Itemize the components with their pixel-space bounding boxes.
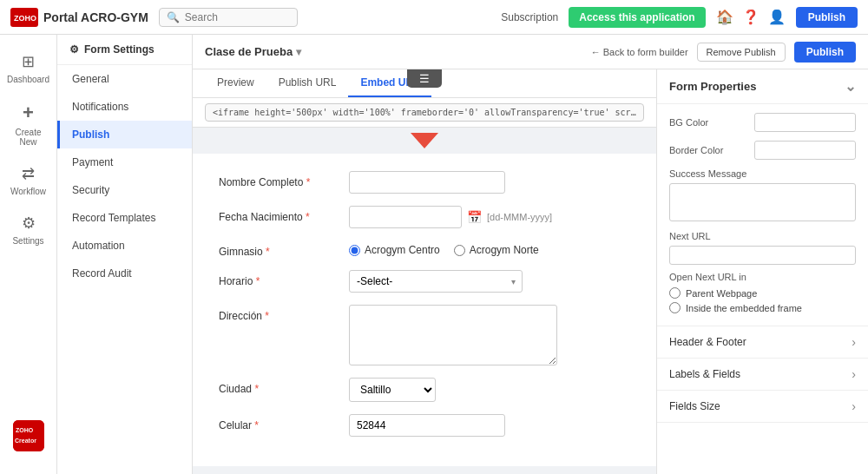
select-horario-wrap: -Select- ▾: [349, 270, 523, 293]
success-msg-textarea[interactable]: [669, 183, 856, 221]
radio-input-parent[interactable]: [669, 287, 681, 299]
remove-publish-button[interactable]: Remove Publish: [697, 43, 786, 62]
publish-topbar-button[interactable]: Publish: [794, 42, 856, 63]
home-icon[interactable]: 🏠: [716, 9, 733, 25]
sidebar-item-notifications[interactable]: Notifications: [57, 93, 192, 121]
accordion-fields-size[interactable]: Fields Size ›: [657, 391, 868, 423]
radio-acrogym-norte[interactable]: Acrogym Norte: [454, 244, 539, 256]
accordion-labels-fields[interactable]: Labels & Fields ›: [657, 359, 868, 391]
sidebar-item-label-workflow: Workflow: [10, 187, 46, 196]
main-layout: ⊞ Dashboard + Create New ⇄ Workflow ⚙ Se…: [0, 35, 868, 474]
bgcolor-input[interactable]: [755, 115, 856, 130]
user-icon[interactable]: 👤: [768, 9, 786, 25]
help-icon[interactable]: ❓: [742, 9, 760, 25]
publish-navbar-button[interactable]: Publish: [796, 7, 858, 28]
zoho-creator-logo: ZOHO Creator: [13, 420, 44, 451]
sidebar-item-record-audit[interactable]: Record Audit: [57, 260, 192, 287]
prop-row-bordercolor: Border Color ⋮⋮: [669, 141, 856, 160]
success-msg-label: Success Message: [669, 168, 856, 179]
prop-label-bordercolor: Border Color: [669, 145, 747, 155]
sidebar-item-dashboard[interactable]: ⊞ Dashboard: [4, 45, 53, 91]
label-direccion-text: Dirección: [219, 310, 262, 322]
select-horario[interactable]: -Select-: [349, 270, 523, 293]
accordion-label-fields-size: Fields Size: [669, 400, 720, 412]
tab-preview[interactable]: Preview: [205, 69, 266, 97]
radio-embedded-frame[interactable]: Inside the embedded frame: [669, 302, 856, 313]
radio-input-centro[interactable]: [349, 245, 360, 256]
accordion-label-header-footer: Header & Footer: [669, 336, 746, 348]
chevron-down-icon-panel: ⌄: [845, 78, 856, 95]
radio-parent-webpage[interactable]: Parent Webpage: [669, 287, 856, 299]
form-fields: Nombre Completo * Fecha Nacimiento *: [193, 154, 656, 466]
label-gimnasio: Gimnasio *: [219, 240, 340, 258]
radio-label-norte: Acrogym Norte: [470, 244, 539, 256]
hamburger-menu[interactable]: ☰: [407, 69, 442, 88]
dashboard-icon: ⊞: [22, 52, 35, 71]
logo-icon: ZOHO: [10, 8, 38, 27]
label-celular: Celular *: [219, 414, 340, 431]
nav-icons: 🏠 ❓ 👤: [716, 9, 786, 25]
form-row-horario: Horario * -Select- ▾: [219, 270, 630, 293]
access-application-button[interactable]: Access this application: [569, 7, 705, 28]
sidebar-item-label-create: Create New: [8, 128, 49, 147]
required-star-ciudad: *: [254, 383, 259, 395]
search-box[interactable]: 🔍: [159, 8, 298, 27]
embed-code-input[interactable]: [205, 103, 644, 122]
sidebar-item-publish[interactable]: Publish: [57, 121, 192, 148]
sidebar-item-security[interactable]: Security: [57, 176, 192, 204]
sidebar-item-payment[interactable]: Payment: [57, 148, 192, 176]
label-nombre: Nombre Completo *: [219, 171, 340, 188]
accordion-header-footer-header[interactable]: Header & Footer ›: [657, 326, 868, 358]
right-panel-header: Form Properties ⌄: [657, 69, 868, 104]
radio-input-embedded[interactable]: [669, 302, 681, 313]
radio-gimnasio: Acrogym Centro Acrogym Norte: [349, 240, 539, 256]
next-url-input[interactable]: [669, 246, 856, 265]
required-star-celular: *: [254, 419, 259, 431]
search-input[interactable]: [185, 11, 289, 23]
label-fecha-text: Fecha Nacimiento: [219, 211, 303, 223]
svg-text:ZOHO: ZOHO: [16, 427, 34, 433]
form-preview-panel: ☰ Preview Publish URL Embed URL: [193, 69, 656, 474]
content-columns: ☰ Preview Publish URL Embed URL: [193, 69, 868, 474]
chevron-right-icon-fields-size: ›: [852, 399, 856, 413]
sidebar-item-automation[interactable]: Automation: [57, 232, 192, 260]
input-fecha[interactable]: [349, 206, 462, 228]
radio-input-norte[interactable]: [454, 245, 465, 256]
back-to-builder-link[interactable]: ← Back to form builder: [591, 47, 688, 57]
next-url-label: Next URL: [669, 231, 856, 241]
accordion-labels-fields-header[interactable]: Labels & Fields ›: [657, 359, 868, 390]
required-star-direccion: *: [265, 310, 269, 322]
chevron-right-icon-labels-fields: ›: [852, 367, 856, 381]
textarea-direccion[interactable]: [349, 305, 557, 365]
accordion-header-footer[interactable]: Header & Footer ›: [657, 326, 868, 359]
radio-label-centro: Acrogym Centro: [365, 244, 440, 256]
tabs-bar: ☰ Preview Publish URL Embed URL: [193, 69, 656, 98]
app-logo: ZOHO Portal ACRO-GYM: [10, 8, 148, 27]
select-ciudad[interactable]: Saltillo: [349, 378, 436, 402]
sidebar-item-general[interactable]: General: [57, 65, 192, 93]
subscription-link[interactable]: Subscription: [501, 11, 558, 23]
required-star-fecha: *: [306, 211, 310, 223]
input-nombre[interactable]: [349, 171, 505, 194]
form-row-fecha: Fecha Nacimiento * 📅 [dd-MMM-yyyy]: [219, 206, 630, 228]
accordion-fields-size-header[interactable]: Fields Size ›: [657, 391, 868, 422]
gear-icon: ⚙: [69, 43, 79, 56]
sidebar-item-create-new[interactable]: + Create New: [4, 95, 53, 154]
chevron-down-icon: ▾: [296, 46, 301, 58]
create-new-icon: +: [23, 102, 34, 124]
sidebar-item-record-templates[interactable]: Record Templates: [57, 204, 192, 232]
required-star-horario: *: [256, 275, 260, 287]
tab-publish-url[interactable]: Publish URL: [266, 69, 349, 97]
sidebar-item-settings[interactable]: ⚙ Settings: [4, 207, 53, 253]
calendar-icon[interactable]: 📅: [467, 210, 482, 224]
form-title: Clase de Prueba ▾: [205, 45, 301, 58]
label-ciudad: Ciudad *: [219, 378, 340, 395]
form-row-gimnasio: Gimnasio * Acrogym Centro Acrogym Norte: [219, 240, 630, 258]
form-row-direccion: Dirección *: [219, 305, 630, 365]
input-celular[interactable]: [349, 414, 505, 437]
open-url-label: Open Next URL in: [669, 272, 856, 282]
content-topbar: Clase de Prueba ▾ ← Back to form builder…: [193, 35, 868, 69]
bordercolor-input[interactable]: [755, 142, 856, 158]
sidebar-item-workflow[interactable]: ⇄ Workflow: [4, 157, 53, 203]
radio-acrogym-centro[interactable]: Acrogym Centro: [349, 244, 440, 256]
